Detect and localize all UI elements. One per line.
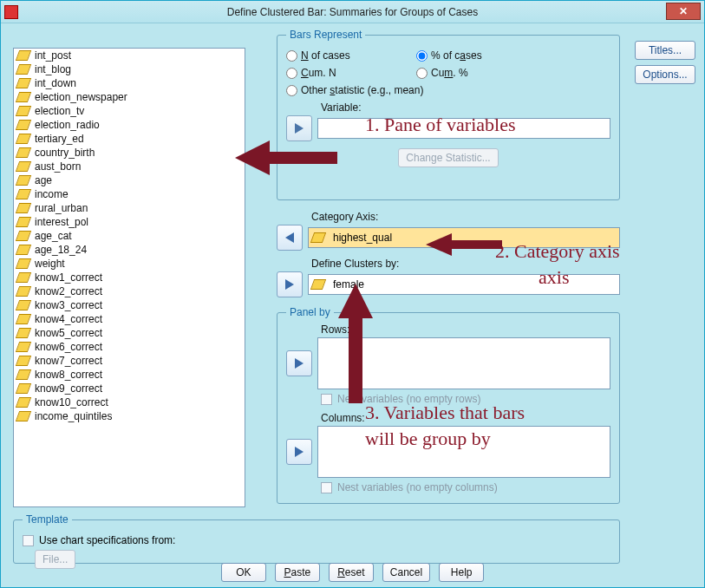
- move-columns-button[interactable]: [286, 439, 312, 465]
- category-axis-value: highest_qual: [333, 232, 392, 244]
- variable-field[interactable]: [317, 118, 610, 139]
- variable-item[interactable]: age_cat: [14, 229, 245, 243]
- variable-item[interactable]: know2_correct: [14, 284, 245, 298]
- variable-item[interactable]: country_birth: [14, 146, 245, 160]
- radio-cum-n[interactable]: Cum. N: [286, 67, 416, 79]
- clusters-field[interactable]: female: [308, 274, 620, 295]
- ruler-icon: [16, 369, 31, 380]
- variable-item[interactable]: age_18_24: [14, 243, 245, 257]
- ruler-icon: [16, 106, 31, 116]
- variable-item[interactable]: know9_correct: [14, 382, 245, 395]
- variable-item-label: rural_urban: [35, 202, 88, 214]
- ruler-icon: [16, 203, 31, 213]
- help-button[interactable]: Help: [439, 563, 484, 582]
- ok-button[interactable]: OK: [221, 563, 266, 582]
- ruler-icon: [16, 342, 31, 352]
- change-statistic-button: Change Statistic...: [398, 148, 498, 167]
- cancel-button[interactable]: Cancel: [382, 563, 430, 582]
- use-template-checkbox[interactable]: [23, 535, 34, 546]
- ruler-icon: [16, 92, 31, 102]
- variable-item[interactable]: know10_correct: [14, 395, 245, 409]
- ruler-icon: [16, 134, 31, 144]
- variable-item-label: aust_born: [35, 160, 81, 173]
- variable-item[interactable]: know5_correct: [14, 326, 245, 340]
- ruler-icon: [16, 50, 31, 61]
- variable-item[interactable]: know6_correct: [14, 340, 245, 354]
- variable-item[interactable]: int_blog: [14, 62, 245, 76]
- nest-rows-checkbox: Nest variables (no empty rows): [321, 393, 610, 405]
- variable-item[interactable]: int_post: [14, 49, 245, 62]
- variable-item-label: know6_correct: [35, 341, 102, 353]
- move-clusters-button[interactable]: [277, 271, 303, 297]
- variable-item[interactable]: election_newspaper: [14, 90, 245, 104]
- ruler-icon: [16, 64, 31, 75]
- move-variable-button: [286, 115, 312, 141]
- ruler-icon: [16, 258, 31, 269]
- ruler-icon: [16, 217, 31, 227]
- ruler-icon: [16, 147, 31, 158]
- paste-button[interactable]: Paste: [275, 563, 320, 582]
- variable-item-label: int_blog: [35, 63, 71, 75]
- variable-item[interactable]: int_down: [14, 76, 245, 90]
- variable-item[interactable]: rural_urban: [14, 201, 245, 215]
- radio-pct-of-cases[interactable]: % of cases: [416, 49, 546, 62]
- variable-item-label: know5_correct: [35, 327, 102, 339]
- options-button[interactable]: Options...: [635, 65, 695, 84]
- variable-item[interactable]: know4_correct: [14, 312, 245, 326]
- variable-item-label: know4_correct: [35, 313, 102, 325]
- variable-item-label: age_cat: [35, 230, 72, 242]
- variable-item[interactable]: know1_correct: [14, 271, 245, 284]
- variable-item-label: tertiary_ed: [35, 133, 84, 145]
- close-button[interactable]: ✕: [666, 3, 701, 20]
- use-template-label: Use chart specifications from:: [39, 534, 175, 546]
- variable-item-label: election_radio: [35, 119, 100, 131]
- app-icon: [4, 5, 18, 19]
- ruler-icon: [16, 175, 31, 186]
- columns-label: Columns:: [321, 412, 610, 424]
- radio-n-of-cases[interactable]: N of cases: [286, 49, 416, 62]
- variable-item-label: age_18_24: [35, 244, 87, 256]
- variable-item-label: age: [35, 174, 52, 186]
- columns-field[interactable]: [317, 426, 610, 478]
- rows-field[interactable]: [317, 337, 610, 389]
- variable-item[interactable]: election_tv: [14, 104, 245, 118]
- variable-item-label: weight: [35, 258, 65, 270]
- ruler-icon: [310, 279, 326, 290]
- ruler-icon: [16, 314, 31, 324]
- variable-item[interactable]: interest_pol: [14, 215, 245, 229]
- category-axis-field[interactable]: highest_qual: [308, 227, 620, 248]
- variable-item[interactable]: weight: [14, 257, 245, 271]
- variable-item[interactable]: income_quintiles: [14, 409, 245, 423]
- right-button-stack: Titles... Options...: [635, 41, 695, 84]
- variable-item[interactable]: tertiary_ed: [14, 132, 245, 146]
- ruler-icon: [16, 300, 31, 310]
- variable-item[interactable]: election_radio: [14, 118, 245, 132]
- ruler-icon: [16, 78, 31, 88]
- ruler-icon: [16, 356, 31, 366]
- variable-label: Variable:: [321, 101, 610, 114]
- variable-item[interactable]: know8_correct: [14, 368, 245, 382]
- variable-item[interactable]: income: [14, 187, 245, 201]
- variable-list[interactable]: int_postint_blogint_downelection_newspap…: [13, 48, 245, 507]
- ruler-icon: [16, 245, 31, 255]
- variable-item[interactable]: age: [14, 173, 245, 187]
- move-rows-button[interactable]: [286, 350, 312, 376]
- variable-item[interactable]: know7_correct: [14, 354, 245, 368]
- variable-item-label: know10_correct: [35, 396, 108, 408]
- ruler-icon: [16, 383, 31, 394]
- reset-button[interactable]: Reset: [329, 563, 374, 582]
- variable-item-label: country_birth: [35, 147, 95, 159]
- move-category-axis-button[interactable]: [277, 225, 303, 251]
- category-axis-label: Category Axis:: [311, 211, 620, 223]
- axis-cluster-block: Category Axis: highest_qual Define Clust…: [277, 211, 620, 297]
- variable-item-label: int_post: [35, 49, 71, 62]
- variable-item-label: know1_correct: [35, 271, 102, 284]
- variable-item[interactable]: know3_correct: [14, 298, 245, 312]
- titles-button[interactable]: Titles...: [635, 41, 695, 60]
- radio-cum-pct[interactable]: Cum. %: [416, 67, 546, 79]
- variable-item[interactable]: aust_born: [14, 160, 245, 173]
- panel-by-group: Panel by Rows: Nest variables (no empty …: [277, 306, 620, 504]
- radio-other-statistic[interactable]: Other statistic (e.g., mean): [286, 84, 546, 96]
- clusters-value: female: [333, 278, 364, 291]
- nest-columns-checkbox: Nest variables (no empty columns): [321, 481, 610, 493]
